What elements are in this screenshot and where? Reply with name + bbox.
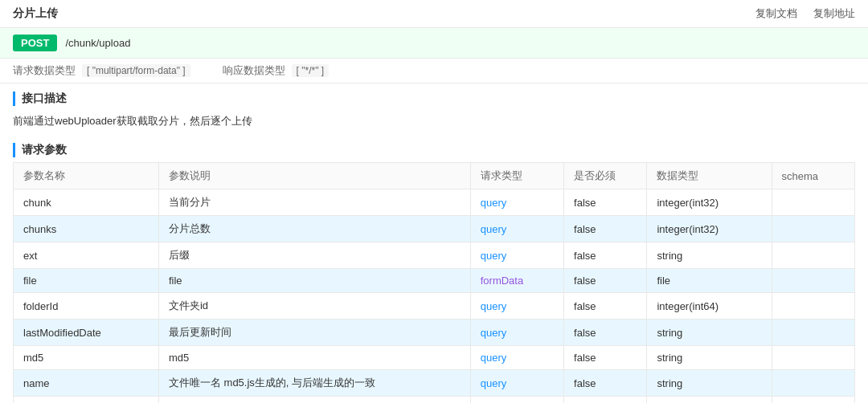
param-required: false [564,370,647,397]
param-desc: file [158,269,470,293]
response-type-value: [ "*/*" ] [292,64,330,77]
param-desc: 后缀 [158,242,470,269]
th-desc: 参数说明 [158,163,470,189]
th-required: 是否必须 [564,163,647,189]
param-data-type: integer(int64) [647,293,772,320]
param-schema [772,397,854,404]
param-data-type: string [647,320,772,346]
param-req-type: query [470,293,563,320]
param-name: ext [14,242,159,269]
param-required: false [564,293,647,320]
interface-section: 接口描述 前端通过webUploader获取截取分片，然后逐个上传 [0,83,868,135]
types-row: 请求数据类型 [ "multipart/form-data" ] 响应数据类型 … [0,59,868,83]
param-required: false [564,397,647,404]
interface-section-title: 接口描述 [13,92,855,106]
param-desc: 文件夹id [158,293,470,320]
request-type-label: 请求数据类型 [13,63,76,78]
request-type-group: 请求数据类型 [ "multipart/form-data" ] [13,63,190,78]
page-wrapper: 分片上传 复制文档 复制地址 POST /chunk/upload 请求数据类型… [0,0,868,403]
th-schema: schema [772,163,854,189]
param-req-type: query [470,320,563,346]
params-section-title: 请求参数 [13,143,855,157]
table-row: folderId文件夹idqueryfalseinteger(int64) [14,293,855,320]
header-actions: 复制文档 复制地址 [755,6,855,21]
param-schema [772,293,854,320]
param-desc: 分片总数 [158,216,470,242]
param-schema [772,242,854,269]
param-name: folderId [14,293,159,320]
param-req-type: query [470,397,563,404]
param-data-type: string [647,346,772,370]
request-type-value: [ "multipart/form-data" ] [82,64,190,77]
table-row: name文件唯一名 md5.js生成的, 与后端生成的一致queryfalses… [14,370,855,397]
param-schema [772,370,854,397]
table-row: chunks分片总数queryfalseinteger(int32) [14,216,855,242]
params-table: 参数名称 参数说明 请求类型 是否必须 数据类型 schema chunk当前分… [13,162,855,403]
param-required: false [564,346,647,370]
table-row: size大小queryfalseinteger(int64) [14,397,855,404]
param-name: lastModifiedDate [14,320,159,346]
table-row: ext后缀queryfalsestring [14,242,855,269]
endpoint-path: /chunk/upload [65,37,130,49]
response-type-group: 响应数据类型 [ "*/*" ] [223,63,330,78]
param-req-type: formData [470,269,563,293]
param-req-type: query [470,242,563,269]
endpoint-row: POST /chunk/upload [0,28,868,59]
param-schema [772,269,854,293]
header: 分片上传 复制文档 复制地址 [0,0,868,28]
param-name: size [14,397,159,404]
interface-section-desc: 前端通过webUploader获取截取分片，然后逐个上传 [13,111,855,132]
param-data-type: string [647,242,772,269]
param-req-type: query [470,216,563,242]
copy-doc-button[interactable]: 复制文档 [755,6,797,21]
param-desc: md5 [158,346,470,370]
page-title: 分片上传 [13,6,58,21]
param-desc: 文件唯一名 md5.js生成的, 与后端生成的一致 [158,370,470,397]
param-required: false [564,242,647,269]
param-desc: 最后更新时间 [158,320,470,346]
param-data-type: integer(int32) [647,189,772,216]
table-row: lastModifiedDate最后更新时间queryfalsestring [14,320,855,346]
table-row: filefileformDatafalsefile [14,269,855,293]
param-required: false [564,216,647,242]
param-schema [772,216,854,242]
param-required: false [564,189,647,216]
param-data-type: integer(int32) [647,216,772,242]
params-section: 请求参数 参数名称 参数说明 请求类型 是否必须 数据类型 schema chu… [0,135,868,403]
response-type-label: 响应数据类型 [223,63,285,78]
param-name: name [14,370,159,397]
param-req-type: query [470,346,563,370]
param-schema [772,346,854,370]
th-reqtype: 请求类型 [470,163,563,189]
param-name: file [14,269,159,293]
th-datatype: 数据类型 [647,163,772,189]
param-req-type: query [470,370,563,397]
param-name: chunks [14,216,159,242]
param-schema [772,320,854,346]
param-desc: 大小 [158,397,470,404]
param-desc: 当前分片 [158,189,470,216]
param-name: md5 [14,346,159,370]
param-data-type: file [647,269,772,293]
param-required: false [564,269,647,293]
param-schema [772,189,854,216]
table-header-row: 参数名称 参数说明 请求类型 是否必须 数据类型 schema [14,163,855,189]
table-row: md5md5queryfalsestring [14,346,855,370]
table-row: chunk当前分片queryfalseinteger(int32) [14,189,855,216]
method-badge: POST [13,35,57,51]
th-name: 参数名称 [14,163,159,189]
param-required: false [564,320,647,346]
param-data-type: string [647,370,772,397]
copy-url-button[interactable]: 复制地址 [813,6,855,21]
param-name: chunk [14,189,159,216]
param-req-type: query [470,189,563,216]
param-data-type: integer(int64) [647,397,772,404]
